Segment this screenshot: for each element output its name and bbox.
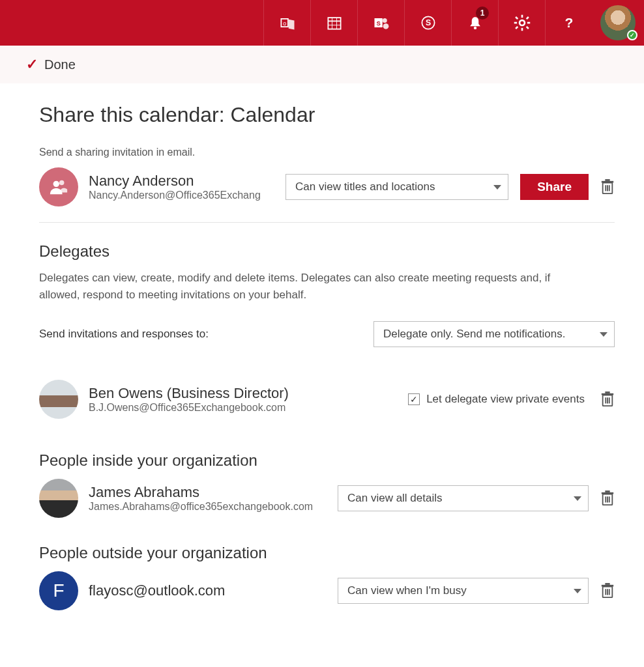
avatar bbox=[39, 479, 78, 518]
checkbox-label: Let delegate view private events bbox=[426, 393, 585, 406]
delegates-description: Delegates can view, create, modify and d… bbox=[39, 270, 561, 303]
delete-delegate-button[interactable] bbox=[600, 391, 615, 407]
svg-point-26 bbox=[59, 180, 65, 186]
presence-available-icon bbox=[627, 30, 637, 40]
delegate-person: Ben Owens (Business Director) B.J.Owens@… bbox=[39, 380, 396, 419]
invite-row: Nancy Anderson Nancy.Anderson@Office365E… bbox=[39, 167, 615, 206]
chevron-down-icon bbox=[574, 496, 581, 501]
delegates-heading: Delegates bbox=[39, 242, 615, 261]
help-icon[interactable]: ? bbox=[545, 0, 592, 46]
notification-badge: 1 bbox=[476, 7, 489, 20]
svg-rect-19 bbox=[527, 22, 529, 24]
svg-rect-29 bbox=[605, 179, 609, 181]
private-events-checkbox[interactable]: ✓ Let delegate view private events bbox=[408, 393, 585, 406]
invite-permission-dropdown[interactable]: Can view titles and locations bbox=[285, 174, 508, 200]
svg-rect-4 bbox=[328, 18, 340, 29]
svg-rect-35 bbox=[605, 391, 609, 393]
svg-point-11 bbox=[383, 23, 388, 29]
svg-rect-17 bbox=[521, 28, 523, 31]
svg-rect-46 bbox=[602, 585, 613, 587]
content-area: Share this calendar: Calendar Send a sha… bbox=[0, 83, 644, 662]
dropdown-value: Can view all details bbox=[347, 492, 443, 505]
outside-permission-dropdown[interactable]: Can view when I'm busy bbox=[338, 578, 589, 604]
calendar-launcher-icon[interactable] bbox=[310, 0, 357, 46]
mail-launcher-icon[interactable]: o bbox=[263, 0, 310, 46]
delegate-row: Ben Owens (Business Director) B.J.Owens@… bbox=[39, 380, 615, 419]
skype-icon[interactable]: S bbox=[404, 0, 451, 46]
chevron-down-icon bbox=[600, 332, 607, 337]
inside-name: James Abrahams bbox=[89, 484, 313, 501]
checkbox-icon: ✓ bbox=[408, 393, 420, 405]
check-icon: ✓ bbox=[26, 56, 38, 73]
svg-rect-40 bbox=[602, 492, 613, 494]
svg-point-15 bbox=[473, 27, 476, 29]
svg-rect-18 bbox=[514, 22, 516, 24]
svg-rect-47 bbox=[605, 583, 609, 585]
done-label: Done bbox=[44, 57, 76, 72]
svg-rect-16 bbox=[521, 15, 523, 18]
svg-point-10 bbox=[382, 18, 387, 23]
svg-text:S: S bbox=[376, 20, 381, 27]
done-button[interactable]: ✓ Done bbox=[0, 46, 644, 83]
invite-name: Nancy Anderson bbox=[89, 173, 261, 190]
svg-marker-1 bbox=[288, 20, 294, 30]
inside-email: James.Abrahams@office365exchangebook.com bbox=[89, 501, 313, 513]
delegate-send-row: Send invitations and responses to: Deleg… bbox=[39, 321, 615, 347]
svg-text:S: S bbox=[425, 18, 430, 27]
outside-org-heading: People outside your organization bbox=[39, 544, 615, 562]
svg-rect-21 bbox=[525, 26, 529, 29]
inside-person-row: James Abrahams James.Abrahams@office365e… bbox=[39, 479, 615, 518]
chevron-down-icon bbox=[493, 185, 501, 190]
share-button[interactable]: Share bbox=[520, 174, 589, 200]
svg-point-25 bbox=[53, 181, 59, 187]
outside-email: flayosc@outlook.com bbox=[89, 582, 225, 599]
svg-text:?: ? bbox=[564, 15, 573, 30]
divider bbox=[39, 222, 615, 223]
inside-org-heading: People inside your organization bbox=[39, 451, 615, 470]
top-app-bar: o S S 1 ? bbox=[0, 0, 644, 46]
outside-person: F flayosc@outlook.com bbox=[39, 571, 326, 610]
svg-rect-20 bbox=[515, 16, 518, 20]
dropdown-value: Can view titles and locations bbox=[295, 180, 435, 193]
inside-permission-dropdown[interactable]: Can view all details bbox=[338, 485, 589, 511]
delegate-send-dropdown[interactable]: Delegate only. Send me notifications. bbox=[373, 321, 615, 347]
inside-person: James Abrahams James.Abrahams@office365e… bbox=[39, 479, 326, 518]
svg-rect-28 bbox=[602, 181, 613, 183]
delegate-name: Ben Owens (Business Director) bbox=[89, 385, 289, 402]
svg-rect-23 bbox=[515, 26, 518, 29]
sharepoint-launcher-icon[interactable]: S bbox=[357, 0, 404, 46]
avatar bbox=[39, 380, 78, 419]
avatar-initial: F bbox=[39, 571, 78, 610]
invite-email: Nancy.Anderson@Office365Exchang bbox=[89, 190, 261, 201]
people-icon bbox=[39, 167, 78, 206]
dropdown-value: Can view when I'm busy bbox=[347, 584, 467, 597]
settings-gear-icon[interactable] bbox=[498, 0, 545, 46]
delete-inside-button[interactable] bbox=[600, 490, 615, 506]
svg-text:o: o bbox=[283, 20, 286, 27]
invite-subtext: Send a sharing invitation in email. bbox=[39, 147, 615, 158]
profile-menu[interactable] bbox=[592, 0, 644, 46]
delete-invite-button[interactable] bbox=[600, 179, 615, 195]
chevron-down-icon bbox=[574, 589, 581, 593]
page-title: Share this calendar: Calendar bbox=[39, 103, 615, 127]
svg-rect-34 bbox=[602, 393, 613, 395]
invite-person: Nancy Anderson Nancy.Anderson@Office365E… bbox=[39, 167, 274, 206]
svg-rect-41 bbox=[605, 490, 609, 492]
dropdown-value: Delegate only. Send me notifications. bbox=[383, 328, 565, 341]
delete-outside-button[interactable] bbox=[600, 583, 615, 599]
svg-rect-22 bbox=[525, 16, 529, 20]
delegate-email: B.J.Owens@Office365Exchangebook.com bbox=[89, 402, 289, 414]
notifications-icon[interactable]: 1 bbox=[451, 0, 498, 46]
outside-person-row: F flayosc@outlook.com Can view when I'm … bbox=[39, 571, 615, 610]
delegate-send-label: Send invitations and responses to: bbox=[39, 328, 209, 341]
